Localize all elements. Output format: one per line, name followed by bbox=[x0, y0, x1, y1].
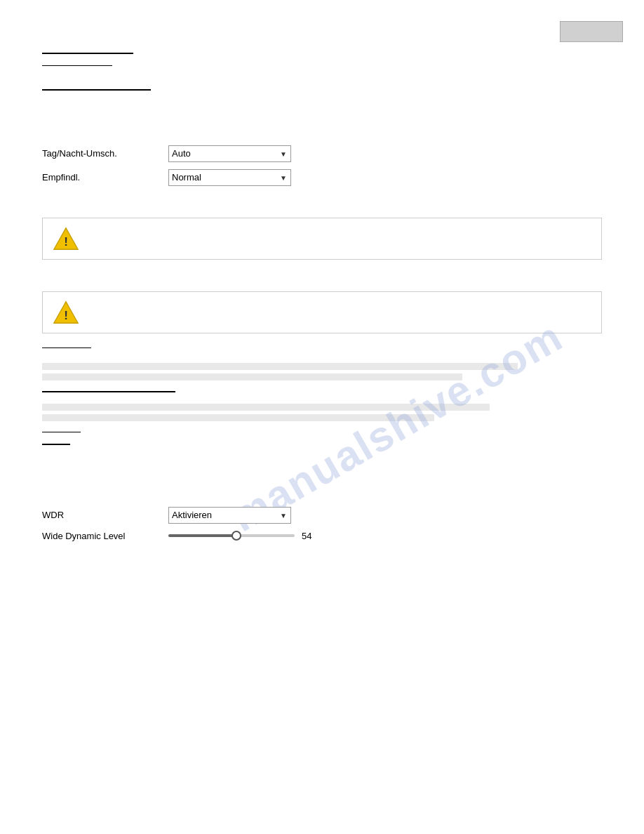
svg-text:!: ! bbox=[64, 234, 68, 248]
slider-track[interactable] bbox=[168, 534, 295, 537]
page-container: manualshive.com Tag/Nacht-Umsch. Auto Ta… bbox=[0, 0, 644, 834]
sensitivity-select-wrapper[interactable]: Normal Niedrig Hoch bbox=[168, 169, 291, 186]
text-line-3 bbox=[42, 89, 151, 91]
text-line-2 bbox=[42, 65, 112, 67]
slider-value: 54 bbox=[302, 531, 311, 541]
slider-fill bbox=[168, 534, 236, 537]
wdr-label: WDR bbox=[42, 510, 168, 520]
wdr-select-wrapper[interactable]: Aktivieren Deaktivieren bbox=[168, 507, 291, 524]
slider-thumb[interactable] bbox=[232, 531, 241, 541]
heading-line-short bbox=[42, 348, 91, 349]
sensitivity-label: Empfindl. bbox=[42, 172, 168, 183]
sensitivity-select[interactable]: Normal Niedrig Hoch bbox=[168, 169, 291, 186]
wide-dynamic-level-label: Wide Dynamic Level bbox=[42, 531, 168, 541]
wdr-select[interactable]: Aktivieren Deaktivieren bbox=[168, 507, 291, 524]
wdr-section: WDR Aktivieren Deaktivieren Wide Dynamic… bbox=[42, 507, 602, 541]
form-section: Tag/Nacht-Umsch. Auto Tag Nacht Empfindl… bbox=[42, 145, 602, 186]
wide-dynamic-level-row: Wide Dynamic Level 54 bbox=[42, 531, 602, 541]
short-text-line-1 bbox=[42, 432, 81, 433]
wdr-row: WDR Aktivieren Deaktivieren bbox=[42, 507, 602, 524]
top-right-button[interactable] bbox=[560, 21, 623, 42]
warning-box-2: ! bbox=[42, 291, 602, 333]
day-night-row: Tag/Nacht-Umsch. Auto Tag Nacht bbox=[42, 145, 602, 162]
short-text-line-2 bbox=[42, 444, 70, 445]
section-divider-long bbox=[42, 391, 175, 392]
slider-container: 54 bbox=[168, 531, 311, 541]
text-line-1 bbox=[42, 53, 133, 54]
svg-text:!: ! bbox=[64, 308, 68, 322]
section-top bbox=[42, 21, 602, 131]
post-warning-section bbox=[42, 348, 602, 486]
body-text-1 bbox=[42, 363, 602, 380]
day-night-select-wrapper[interactable]: Auto Tag Nacht bbox=[168, 145, 291, 162]
sensitivity-row: Empfindl. Normal Niedrig Hoch bbox=[42, 169, 602, 186]
warning-icon-2: ! bbox=[53, 299, 79, 326]
day-night-select[interactable]: Auto Tag Nacht bbox=[168, 145, 291, 162]
body-text-2 bbox=[42, 404, 602, 421]
day-night-label: Tag/Nacht-Umsch. bbox=[42, 148, 168, 159]
warning-box-1: ! bbox=[42, 218, 602, 260]
warning-icon-1: ! bbox=[53, 225, 79, 252]
